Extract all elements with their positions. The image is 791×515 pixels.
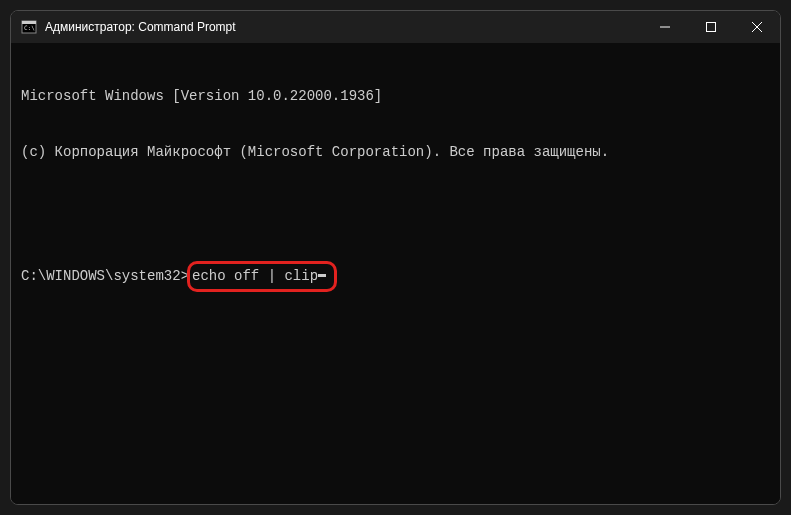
copyright-line: (c) Корпорация Майкрософт (Microsoft Cor… [21, 143, 770, 162]
svg-rect-4 [707, 23, 716, 32]
cmd-icon: C:\ [21, 19, 37, 35]
maximize-button[interactable] [688, 11, 734, 43]
window-controls [642, 11, 780, 43]
text-cursor [318, 274, 326, 277]
close-button[interactable] [734, 11, 780, 43]
svg-text:C:\: C:\ [24, 24, 35, 31]
command-text: echo off | clip [192, 267, 318, 286]
prompt-path: C:\WINDOWS\system32> [21, 267, 189, 286]
blank-line [21, 200, 770, 219]
version-line: Microsoft Windows [Version 10.0.22000.19… [21, 87, 770, 106]
command-prompt-window: C:\ Администратор: Command Prompt [10, 10, 781, 505]
prompt-line: C:\WINDOWS\system32>echo off | clip [21, 261, 770, 292]
window-title: Администратор: Command Prompt [45, 20, 642, 34]
titlebar[interactable]: C:\ Администратор: Command Prompt [11, 11, 780, 43]
terminal-output[interactable]: Microsoft Windows [Version 10.0.22000.19… [11, 43, 780, 504]
command-highlight: echo off | clip [187, 261, 337, 292]
minimize-button[interactable] [642, 11, 688, 43]
